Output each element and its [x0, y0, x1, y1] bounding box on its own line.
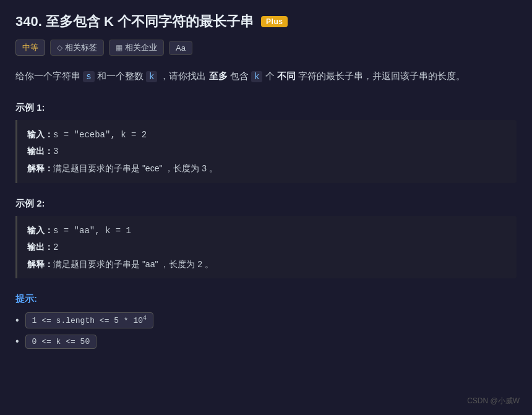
explain-label-2: 解释：: [27, 259, 53, 269]
tag-icon: ◇: [57, 43, 62, 52]
var-k: k: [146, 71, 157, 82]
explain-label-1: 解释：: [27, 163, 53, 173]
page-title: 340. 至多包含 K 个不同字符的最长子串: [15, 12, 254, 31]
output-label-2: 输出：: [27, 242, 53, 252]
hint-code-1: 1 <= s.length <= 5 * 104: [25, 312, 153, 328]
bold-different: 不同: [277, 71, 296, 81]
var-k2: k: [251, 71, 262, 82]
title-row: 340. 至多包含 K 个不同字符的最长子串 Plus: [15, 12, 517, 31]
example-1-output: 输出：3: [27, 143, 507, 160]
difficulty-tag[interactable]: 中等: [15, 40, 45, 56]
watermark: CSDN @小威W: [467, 396, 520, 406]
var-s: s: [83, 71, 94, 82]
example-1-section: 示例 1: 输入：s = "eceba", k = 2 输出：3 解释：满足题目…: [15, 102, 517, 183]
plus-badge[interactable]: Plus: [261, 16, 288, 27]
output-value-2: 2: [53, 242, 58, 252]
bullet-2: •: [15, 336, 19, 347]
example-1-input: 输入：s = "eceba", k = 2: [27, 126, 507, 143]
font-button[interactable]: Aa: [169, 41, 192, 55]
input-value-2: s = "aa", k = 1: [53, 226, 131, 236]
hints-section: 提示: • 1 <= s.length <= 5 * 104 • 0 <= k …: [15, 293, 517, 348]
input-value-1: s = "eceba", k = 2: [53, 130, 147, 140]
hint-item-2: • 0 <= k <= 50: [15, 335, 517, 349]
output-value-1: 3: [53, 147, 58, 156]
tags-row: 中等 ◇ 相关标签 ▦ 相关企业 Aa: [15, 40, 517, 56]
related-tags-label: 相关标签: [65, 42, 97, 53]
font-label: Aa: [176, 43, 186, 53]
input-label-2: 输入：: [27, 225, 53, 235]
related-companies-button[interactable]: ▦ 相关企业: [109, 40, 164, 56]
example-1-explain: 解释：满足题目要求的子串是 "ece" ，长度为 3 。: [27, 160, 507, 177]
example-2-title: 示例 2:: [15, 198, 517, 210]
company-icon: ▦: [116, 43, 122, 52]
example-2-input: 输入：s = "aa", k = 1: [27, 222, 507, 239]
related-companies-label: 相关企业: [125, 42, 157, 53]
explain-value-1: 满足题目要求的子串是 "ece" ，长度为 3 。: [53, 163, 218, 173]
hint-code-2: 0 <= k <= 50: [25, 335, 97, 349]
example-1-block: 输入：s = "eceba", k = 2 输出：3 解释：满足题目要求的子串是…: [15, 120, 517, 183]
hints-title: 提示:: [15, 293, 517, 305]
bullet-1: •: [15, 315, 19, 326]
example-2-explain: 解释：满足题目要求的子串是 "aa" ，长度为 2 。: [27, 256, 507, 273]
related-tags-button[interactable]: ◇ 相关标签: [50, 40, 104, 56]
explain-value-2: 满足题目要求的子串是 "aa" ，长度为 2 。: [53, 259, 213, 269]
example-2-output: 输出：2: [27, 239, 507, 256]
example-2-section: 示例 2: 输入：s = "aa", k = 1 输出：2 解释：满足题目要求的…: [15, 198, 517, 279]
hint-item-1: • 1 <= s.length <= 5 * 104: [15, 312, 517, 328]
example-2-block: 输入：s = "aa", k = 1 输出：2 解释：满足题目要求的子串是 "a…: [15, 216, 517, 279]
output-label-1: 输出：: [27, 146, 53, 156]
example-1-title: 示例 1:: [15, 102, 517, 114]
bold-atmost: 至多: [209, 71, 228, 81]
problem-description: 给你一个字符串 s 和一个整数 k ，请你找出 至多 包含 k 个 不同 字符的…: [15, 68, 517, 85]
input-label-1: 输入：: [27, 129, 53, 139]
